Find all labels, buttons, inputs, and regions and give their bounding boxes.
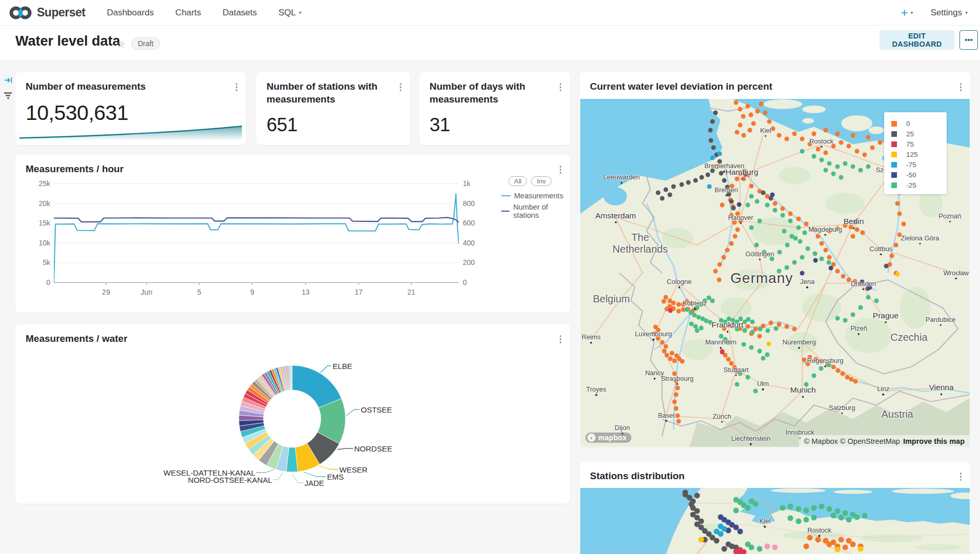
station-dot (834, 546, 840, 552)
series-swatch (501, 211, 509, 212)
station-dot (841, 372, 845, 376)
chart-options-icon[interactable] (558, 164, 563, 175)
station-dot (826, 260, 831, 265)
station-dot (747, 128, 752, 133)
map-label-linz: Linz (877, 385, 889, 396)
legend-item-stations[interactable]: Number of stations (501, 203, 570, 219)
station-dot (839, 515, 844, 521)
legend-row[interactable]: 75 (891, 139, 941, 149)
station-dot (711, 146, 716, 150)
deviation-map[interactable]: LeeuwardenAmsterdamThe NetherlandsBremer… (580, 99, 970, 447)
chart-options-icon[interactable] (958, 471, 964, 482)
nav-charts[interactable]: Charts (175, 8, 201, 18)
water-chart-card: Measurements / water ELBEOSTSEENORDSEEWE… (15, 324, 570, 504)
settings-menu[interactable]: Settings ▾ (931, 8, 968, 18)
brand-name: Superset (37, 6, 85, 19)
station-dot (745, 505, 750, 510)
chart-options-icon[interactable] (234, 81, 239, 93)
station-dot (859, 168, 863, 173)
station-dot (758, 327, 763, 332)
station-dot (802, 358, 807, 362)
mapbox-logo[interactable]: › mapbox (585, 433, 631, 443)
station-dot (827, 161, 832, 166)
station-dot (717, 278, 721, 282)
map-legend: 02575125-75-50-25 (884, 112, 947, 194)
legend-all-button[interactable]: All (508, 176, 527, 186)
station-dot (707, 184, 712, 189)
station-dot (683, 490, 688, 496)
station-dot (718, 531, 723, 537)
y-tick-right: 600 (463, 219, 475, 227)
expand-filter-panel-icon[interactable] (4, 76, 13, 87)
y-tick-left: 15k (25, 219, 50, 227)
station-dot (710, 156, 715, 160)
improve-map-link[interactable]: Improve this map (903, 437, 965, 445)
station-dot (765, 353, 769, 357)
favorite-star-icon[interactable]: ☆ (117, 38, 126, 50)
chart-options-icon[interactable] (398, 81, 403, 93)
deviation-map-card: Current water level deviation in percent (580, 72, 970, 447)
chart-options-icon[interactable] (958, 81, 964, 93)
station-dot (761, 356, 766, 360)
station-dot (834, 508, 840, 514)
kpi-title: Number of measurements (26, 80, 146, 93)
superset-logo[interactable]: Superset (9, 4, 85, 22)
station-dot (660, 340, 664, 345)
station-dot (718, 262, 722, 266)
station-dot (741, 114, 745, 118)
station-dot (710, 119, 715, 124)
y-tick-right: 1k (463, 179, 471, 188)
legend-row[interactable]: -75 (891, 159, 941, 170)
station-dot (737, 202, 742, 207)
nav-sql[interactable]: SQL ▾ (278, 8, 301, 18)
legend-row[interactable]: -50 (891, 170, 941, 180)
station-dot (668, 308, 673, 313)
nav-dashboards[interactable]: Dashboards (107, 8, 154, 18)
station-dot (764, 543, 770, 549)
station-dot (700, 175, 704, 180)
map-label-luxembourg: Luxembourg (635, 330, 672, 341)
dashboard-more-button[interactable]: ••• (959, 30, 978, 50)
station-dot (796, 225, 801, 230)
station-dot (706, 173, 710, 177)
station-dot (819, 504, 825, 509)
station-dot (803, 543, 809, 549)
map-label-the-netherlands: The Netherlands (612, 232, 668, 255)
station-dot (780, 505, 786, 510)
stations-map[interactable]: KielRostock (580, 488, 970, 554)
legend-inv-button[interactable]: Inv (531, 176, 551, 186)
station-dot (734, 130, 739, 134)
kpi-value: 651 (267, 114, 297, 136)
station-dot (866, 165, 871, 169)
line-chart-plot[interactable] (54, 183, 459, 286)
nav-datasets[interactable]: Datasets (222, 8, 257, 18)
station-dot (827, 506, 832, 512)
map-label-basel: Basel (658, 412, 675, 422)
donut-chart[interactable] (15, 324, 570, 504)
station-dot (733, 234, 738, 239)
legend-row[interactable]: 0 (891, 118, 941, 129)
chevron-down-icon: ▾ (911, 10, 913, 15)
chart-options-icon[interactable] (558, 81, 563, 93)
filter-icon[interactable] (4, 92, 12, 99)
station-dot (734, 382, 739, 386)
legend-row[interactable]: -25 (891, 180, 941, 190)
station-dot (738, 122, 742, 127)
page-title: Water level data (15, 33, 120, 49)
edit-dashboard-button[interactable]: EDIT DASHBOARD (880, 30, 954, 50)
map-label-kiel: Kiel (759, 517, 770, 528)
station-dot (866, 295, 871, 300)
new-item-button[interactable]: + ▾ (901, 6, 913, 20)
map-label-ulm: Ulm (757, 380, 769, 391)
station-dot (815, 147, 820, 152)
legend-row[interactable]: 125 (891, 149, 941, 159)
station-dot (804, 222, 808, 227)
map-label-strasbourg: Strasbourg (661, 375, 693, 385)
station-dot (884, 263, 889, 268)
legend-row[interactable]: 25 (891, 129, 941, 139)
legend-item-measurements[interactable]: Measurements (501, 192, 563, 200)
mapbox-icon: › (587, 434, 596, 442)
kpi-card-measurements: Number of measurements 10,530,631 (15, 72, 246, 145)
donut-label: WESEL-DATTELN-KANAL (164, 468, 255, 477)
kpi-card-days: Number of days with measurements 31 (419, 72, 570, 145)
